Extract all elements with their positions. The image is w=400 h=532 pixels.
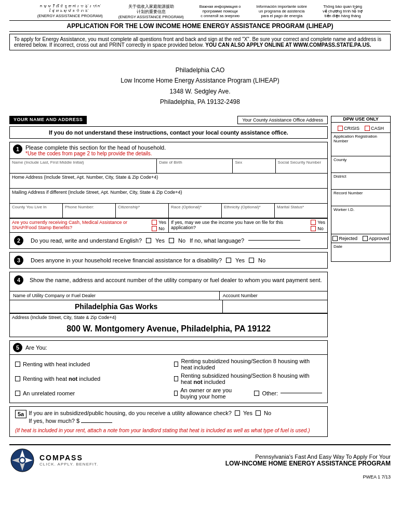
section5a-yes-checkbox[interactable]: [235, 410, 240, 416]
section5a-no-label: No: [264, 410, 271, 416]
race-label: Race (Optional)*: [171, 205, 219, 209]
option-renting-heat-included: Renting with heat included: [15, 358, 164, 370]
cash-checkbox-item[interactable]: CASH: [365, 126, 384, 131]
option-owner: An owner or are you buying your home: [174, 387, 250, 400]
option5-checkbox[interactable]: [15, 391, 20, 396]
red-cell-2: If yes, may we use the income you have o…: [169, 219, 327, 232]
section3-number: 3: [14, 256, 23, 265]
section5a-no-checkbox[interactable]: [256, 410, 261, 416]
office-line1: Philadelphia CAO: [9, 65, 391, 75]
ssn-cell: Social Security Number: [276, 159, 327, 173]
section5a-amount-field[interactable]: [81, 422, 112, 423]
rejected-checkbox-item[interactable]: Rejected: [332, 236, 357, 241]
no-2[interactable]: No: [311, 226, 325, 231]
no-1[interactable]: No: [152, 226, 166, 231]
section5a-ifyes: If yes, how much? $: [29, 418, 271, 424]
other-field[interactable]: [281, 393, 322, 393]
option1-text: Renting with heat included: [23, 361, 90, 367]
section4: 4 Show the name, address and account num…: [9, 272, 328, 291]
district-field: District: [331, 173, 390, 190]
lang-vietnamese: Thông báo quan trọngvề chương trình hỗ t…: [323, 4, 363, 19]
section4-question: Show the name, address and account numbe…: [30, 277, 322, 283]
account-label: Account Number: [223, 293, 258, 298]
red-question1: Are you currently receiving Cash, Medica…: [12, 220, 149, 230]
section2: 2 Do you read, write and understand Engl…: [9, 233, 328, 249]
section2-if-no: If no, what language?: [190, 237, 244, 244]
dob-cell: Date of Birth: [157, 159, 233, 173]
option-subsidized-heat-included: Renting subsidized housing/Section 8 hou…: [174, 358, 323, 370]
footer-line1: Pennsylvania's Fast And Easy Way To Appl…: [225, 454, 391, 460]
section1: 1 Please complete this section for the h…: [9, 142, 328, 233]
citizenship-label: Citizenship*: [118, 205, 166, 209]
your-name-label: YOUR NAME AND ADDRESS: [9, 116, 87, 124]
yes-checkbox-2[interactable]: [311, 220, 316, 225]
option7-checkbox[interactable]: [254, 391, 259, 396]
approved-checkbox[interactable]: [363, 236, 368, 241]
instructions-box: To apply for Energy Assistance, you must…: [9, 34, 391, 50]
office-line4: Philadelphia, PA 19132-2498: [9, 97, 391, 107]
sex-label: Sex: [235, 160, 273, 165]
county-dpw-label: County: [334, 157, 346, 162]
section2-question: Do you read, write and understand Englis…: [31, 237, 142, 244]
county-live-cell: County You Live In: [10, 204, 63, 218]
option6-checkbox[interactable]: [174, 391, 178, 396]
option6-text: An owner or are you buying your home: [180, 387, 250, 400]
compass-logo-svg: [9, 447, 35, 473]
yes-1[interactable]: Yes: [152, 220, 166, 225]
main-title: APPLICATION FOR THE LOW INCOME HOME ENER…: [9, 20, 391, 32]
option5-text: An unrelated roomer: [23, 390, 75, 396]
section3-no-checkbox[interactable]: [249, 258, 254, 263]
option-owner-other-row: An owner or are you buying your home Oth…: [174, 387, 323, 400]
section2-yes-checkbox[interactable]: [146, 238, 151, 243]
footer-logo: COMPASS CLICK. APPLY. BENEFIT.: [9, 447, 98, 473]
other-label: Other:: [262, 390, 278, 396]
compass-sub: CLICK. APPLY. BENEFIT.: [39, 462, 98, 467]
lang-khmer: កម្មវិធីជំនួយការបង់ប្រាក់ថ្លៃឧស្ម័នបំពង់…: [37, 4, 103, 19]
citizenship-cell: Citizenship*: [116, 204, 169, 218]
no-checkbox-1[interactable]: [152, 226, 157, 231]
section5a-label: 5a: [15, 410, 26, 418]
cash-checkbox[interactable]: [365, 126, 370, 131]
option4-checkbox[interactable]: [174, 376, 178, 381]
section5a-ifyes-text: If yes, how much? $: [29, 418, 79, 424]
crisis-checkbox[interactable]: [338, 126, 343, 131]
yes-label-2: Yes: [317, 220, 325, 225]
footer-right: Pennsylvania's Fast And Easy Way To Appl…: [225, 454, 391, 467]
section3-yes-checkbox[interactable]: [226, 258, 231, 263]
name-label: Name (Include Last, First Middle Initial…: [12, 160, 154, 165]
record-number-field: Record Number: [331, 190, 390, 206]
section4-number: 4: [14, 275, 23, 285]
lang-chinese: 关于低收入家庭能源援助计划的重要信息(ENERGY ASSISTANCE PRO…: [118, 4, 184, 19]
section5a-yes-label: Yes: [243, 410, 252, 416]
option2-checkbox[interactable]: [174, 362, 179, 367]
option1-checkbox[interactable]: [15, 362, 20, 367]
utility-address-value: 800 W. Montgomery Avenue, Philadelphia, …: [10, 321, 327, 337]
section2-no-label: No: [178, 237, 185, 244]
section3-no-label: No: [258, 257, 265, 263]
footer-line2: LOW-INCOME HOME ENERGY ASSISTANCE PROGRA…: [225, 460, 391, 467]
section2-no-checkbox[interactable]: [169, 238, 174, 243]
dpw-sidebar: DPW USE ONLY CRISIS CASH Application Reg…: [331, 116, 391, 262]
yes-checkbox-1[interactable]: [152, 220, 157, 225]
section3-question: Does anyone in your household receive fi…: [31, 257, 222, 263]
approved-checkbox-item[interactable]: Approved: [363, 236, 389, 241]
name-cell: Name (Include Last, First Middle Initial…: [10, 159, 157, 173]
cash-label: CASH: [371, 126, 384, 131]
section5a: 5a If you are in subsidized/public housi…: [9, 406, 328, 437]
utility-header-row: Name of Utility Company or Fuel Dealer A…: [10, 291, 327, 300]
option3-checkbox[interactable]: [15, 376, 20, 381]
no-checkbox-2[interactable]: [311, 226, 316, 231]
section2-language-field[interactable]: [248, 240, 300, 241]
crisis-checkbox-item[interactable]: CRISIS: [338, 126, 359, 131]
rejected-checkbox[interactable]: [332, 236, 338, 241]
red-question2: If yes, may we use the income you have o…: [171, 220, 308, 230]
section5-options: Renting with heat included Renting subsi…: [10, 355, 327, 403]
ethnicity-label: Ethnicity (Optional)*: [224, 205, 272, 209]
dpw-title: DPW USE ONLY: [331, 116, 390, 123]
date-label: Date: [334, 244, 342, 249]
marital-label: Marital Status*: [277, 205, 325, 209]
approved-label: Approved: [369, 236, 389, 241]
yes-2[interactable]: Yes: [311, 220, 325, 225]
crisis-label: CRISIS: [344, 126, 359, 131]
utility-name-label-cell: Name of Utility Company or Fuel Dealer: [10, 291, 220, 300]
